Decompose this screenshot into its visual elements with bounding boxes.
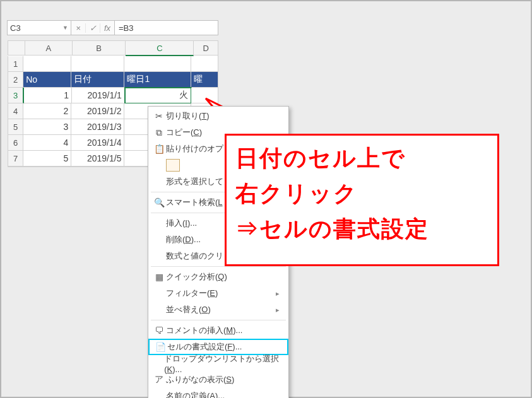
cell-d2[interactable]: 曜 [191, 72, 218, 88]
col-header-a[interactable]: A [25, 40, 73, 56]
callout-line-3: ⇒セルの書式設定 [235, 211, 488, 247]
menu-quick-analysis[interactable]: ▦ クイック分析(Q) [148, 269, 288, 285]
cell-b6[interactable]: 2019/1/4 [71, 135, 124, 151]
cell-a7[interactable]: 5 [23, 151, 71, 167]
menu-show-phonetic[interactable]: ア ふりがなの表示(S) [148, 372, 288, 388]
fx-icon[interactable]: fx [100, 23, 114, 33]
confirm-icon[interactable]: ✓ [85, 23, 100, 33]
row-header-2[interactable]: 2 [8, 72, 23, 88]
col-header-c[interactable]: C [126, 40, 194, 56]
search-icon: 🔍 [152, 197, 166, 208]
menu-filter[interactable]: フィルター(E) [148, 285, 288, 301]
cell-a5[interactable]: 3 [23, 119, 71, 135]
row-header-7[interactable]: 7 [8, 151, 23, 167]
select-all-corner[interactable] [8, 40, 25, 56]
cell-a4[interactable]: 2 [23, 103, 71, 119]
menu-cut[interactable]: ✂ 切り取り(T) [148, 108, 288, 124]
menu-insert-comment[interactable]: 🗨 コメントの挿入(M)... [148, 322, 288, 339]
cell-a3[interactable]: 1 [24, 88, 72, 103]
cell-b5[interactable]: 2019/1/3 [71, 119, 124, 135]
chevron-down-icon[interactable]: ▼ [62, 25, 68, 31]
callout-line-2: 右クリック [235, 176, 488, 211]
menu-separator [151, 266, 286, 267]
phonetic-icon: ア [152, 374, 166, 385]
col-header-b[interactable]: B [73, 40, 126, 56]
row-header-4[interactable]: 4 [8, 103, 23, 119]
paste-icon [166, 159, 180, 172]
cell-b4[interactable]: 2019/1/2 [71, 103, 124, 119]
col-header-d[interactable]: D [194, 40, 218, 56]
menu-separator [151, 320, 286, 320]
quick-analysis-icon: ▦ [152, 271, 166, 283]
scissors-icon: ✂ [152, 110, 166, 122]
menu-define-name[interactable]: 名前の定義(A)... [148, 388, 288, 398]
cell-a1[interactable] [23, 56, 71, 72]
formula-bar: C3 ▼ × ✓ fx =B3 [7, 20, 218, 35]
cell-c3[interactable]: 火 [125, 88, 191, 103]
cell-d1[interactable] [191, 56, 218, 72]
row-header-6[interactable]: 6 [8, 135, 23, 151]
name-box[interactable]: C3 ▼ [7, 20, 71, 35]
cell-b7[interactable]: 2019/1/5 [71, 151, 124, 167]
row-header-5[interactable]: 5 [8, 119, 23, 135]
cell-c2[interactable]: 曜日1 [124, 72, 191, 88]
formula-bar-buttons: × ✓ fx [71, 20, 115, 35]
callout-line-1: 日付のセル上で [235, 141, 488, 176]
name-box-value: C3 [10, 23, 21, 33]
menu-pick-from-dropdown[interactable]: ドロップダウンリストから選択(K)... [148, 355, 288, 372]
cell-b3[interactable]: 2019/1/1 [72, 88, 125, 103]
cell-a2[interactable]: No [23, 72, 71, 88]
cell-a6[interactable]: 4 [23, 135, 71, 151]
format-icon: 📄 [153, 341, 167, 353]
cell-b1[interactable] [71, 56, 124, 72]
copy-icon: ⧉ [152, 127, 166, 138]
annotation-callout: 日付のセル上で 右クリック ⇒セルの書式設定 [225, 134, 499, 266]
formula-value: =B3 [119, 23, 134, 33]
cell-c1[interactable] [124, 56, 191, 72]
formula-input[interactable]: =B3 [115, 20, 218, 35]
row-header-3[interactable]: 3 [8, 88, 24, 103]
row-header-1[interactable]: 1 [8, 56, 23, 72]
clipboard-icon: 📋 [152, 143, 166, 155]
menu-sort[interactable]: 並べ替え(O) [148, 301, 288, 318]
cancel-icon[interactable]: × [71, 23, 85, 33]
comment-icon: 🗨 [152, 325, 166, 336]
cell-b2[interactable]: 日付 [71, 72, 124, 88]
